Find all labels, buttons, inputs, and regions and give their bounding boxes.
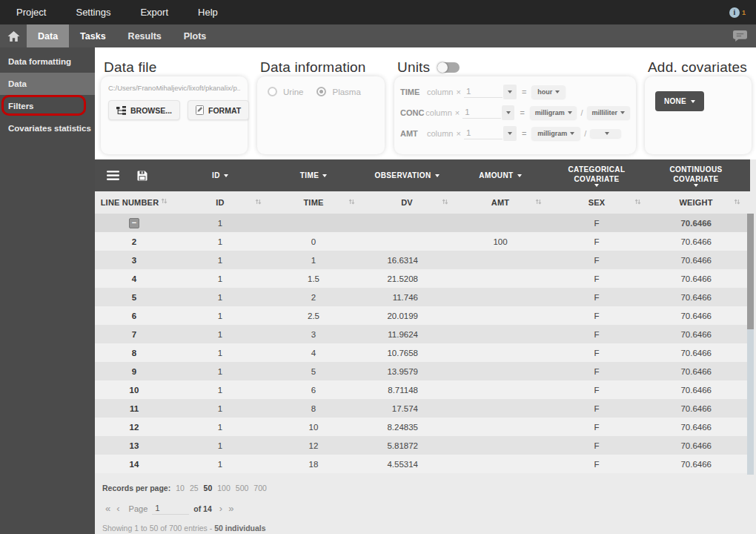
table-row[interactable]: 411.521.5208F70.6466 xyxy=(95,269,750,288)
sidebar-item-filters[interactable]: Filters xyxy=(0,95,95,117)
cell-dv: 10.7658 xyxy=(360,343,454,362)
cell-id: 1 xyxy=(173,455,267,473)
page-size-option-500[interactable]: 500 xyxy=(236,484,249,492)
menu-hamburger-icon[interactable] xyxy=(107,171,119,180)
cell-sex: F xyxy=(547,343,646,362)
amt-numerator-unit-button[interactable]: milligram xyxy=(531,127,580,140)
column-header-dv[interactable]: DV xyxy=(360,191,454,214)
cell-sex: F xyxy=(547,418,646,436)
table-row[interactable]: 81410.7658F70.6466 xyxy=(95,343,750,362)
sort-icon[interactable] xyxy=(734,198,740,205)
home-button[interactable] xyxy=(0,24,27,47)
sort-icon[interactable] xyxy=(535,198,542,205)
cell-weight: 70.6466 xyxy=(646,343,746,362)
amt-factor-input[interactable] xyxy=(464,127,503,139)
table-row[interactable]: 111817.574F70.6466 xyxy=(95,399,750,418)
time-column-dropdown[interactable] xyxy=(503,85,517,99)
group-header-id[interactable]: ID xyxy=(173,171,267,180)
radio-option-plasma[interactable]: Plasma xyxy=(316,87,360,96)
sidebar-item-label: Filters xyxy=(8,102,34,111)
info-badge-count: 1 xyxy=(742,9,746,16)
table-row[interactable]: 210100F70.6466 xyxy=(95,232,750,251)
last-page-button[interactable]: » xyxy=(225,503,236,514)
covariates-none-dropdown[interactable]: NONE xyxy=(655,91,704,111)
table-scrollbar[interactable] xyxy=(747,214,754,475)
scrollbar-thumb[interactable] xyxy=(747,214,754,329)
time-factor-input[interactable] xyxy=(464,85,503,98)
column-header-sex[interactable]: SEX xyxy=(547,191,646,214)
cell-dv: 4.55314 xyxy=(360,455,454,473)
column-header-id[interactable]: ID xyxy=(173,191,267,214)
conc-numerator-unit-button[interactable]: milligram xyxy=(530,106,577,119)
amt-column-dropdown[interactable] xyxy=(503,126,517,141)
sort-icon[interactable] xyxy=(442,198,448,205)
amt-numerator-label: milligram xyxy=(537,130,567,137)
conc-factor-input[interactable] xyxy=(462,106,501,119)
tab-tasks[interactable]: Tasks xyxy=(69,24,117,47)
sort-icon[interactable] xyxy=(255,198,262,205)
table-row[interactable]: 10168.71148F70.6466 xyxy=(95,380,750,399)
tab-results[interactable]: Results xyxy=(117,24,173,47)
table-row[interactable]: 612.520.0199F70.6466 xyxy=(95,306,750,325)
menu-project[interactable]: Project xyxy=(3,7,59,18)
column-header-amt[interactable]: AMT xyxy=(454,191,547,214)
group-header-observation[interactable]: OBSERVATION xyxy=(360,171,454,180)
cell-dv: 16.6314 xyxy=(360,251,454,269)
group-header-categorical-covariate[interactable]: CATEGORICAL COVARIATE xyxy=(547,165,646,187)
table-row[interactable]: 91513.9579F70.6466 xyxy=(95,362,750,380)
radio-option-urine[interactable]: Urine xyxy=(268,87,303,96)
units-toggle[interactable] xyxy=(437,62,460,73)
group-header-continuous-covariate[interactable]: CONTINUOUS COVARIATE xyxy=(646,165,746,187)
save-icon[interactable] xyxy=(137,171,147,181)
conc-denominator-unit-button[interactable]: milliliter xyxy=(587,106,630,119)
table-row[interactable]: 141184.55314F70.6466 xyxy=(95,455,750,473)
sidebar-item-data[interactable]: Data xyxy=(0,73,95,95)
sidebar-item-data-formatting[interactable]: Data formatting xyxy=(0,50,95,73)
tab-data[interactable]: Data xyxy=(27,24,69,47)
cell-sex: F xyxy=(547,436,646,455)
page-number-input[interactable] xyxy=(152,502,189,515)
column-header-line-number[interactable]: LINE NUMBER xyxy=(95,191,173,214)
unit-row-label: CONC xyxy=(400,108,425,117)
amt-denominator-unit-button[interactable] xyxy=(590,129,621,138)
table-row[interactable]: 131125.81872F70.6466 xyxy=(95,436,750,455)
tab-plots[interactable]: Plots xyxy=(173,24,218,47)
menu-export[interactable]: Export xyxy=(127,7,182,18)
menu-help[interactable]: Help xyxy=(185,7,231,18)
page-size-option-25[interactable]: 25 xyxy=(190,484,199,492)
units-row-conc: CONC column × = milligram / milliliter xyxy=(400,103,630,122)
time-unit-button[interactable]: hour xyxy=(531,85,566,99)
chevron-down-icon xyxy=(555,90,560,93)
column-header-time[interactable]: TIME xyxy=(267,191,360,214)
table-row[interactable]: 71311.9624F70.6466 xyxy=(95,325,750,343)
table-row[interactable]: 51211.746F70.6466 xyxy=(95,288,750,306)
group-header-amount[interactable]: AMOUNT xyxy=(454,171,547,180)
group-header-time[interactable]: TIME xyxy=(267,171,360,180)
unit-multiply-sign: × xyxy=(456,129,460,138)
conc-column-dropdown[interactable] xyxy=(502,105,514,120)
format-button[interactable]: FORMAT xyxy=(188,100,249,120)
page-size-option-100[interactable]: 100 xyxy=(217,484,231,492)
comment-icon[interactable] xyxy=(733,30,747,42)
sort-icon[interactable] xyxy=(161,197,168,205)
collapse-row-button[interactable]: − xyxy=(129,218,139,228)
column-header-weight[interactable]: WEIGHT xyxy=(646,191,746,214)
page-size-option-50[interactable]: 50 xyxy=(204,484,213,492)
chevron-down-icon xyxy=(568,111,572,114)
first-page-button[interactable]: « xyxy=(102,503,113,514)
menu-settings[interactable]: Settings xyxy=(62,7,124,18)
next-page-button[interactable]: › xyxy=(216,503,225,514)
info-icon[interactable]: i xyxy=(729,7,740,18)
sort-icon[interactable] xyxy=(634,198,641,205)
sidebar-item-covariates-statistics[interactable]: Covariates statistics xyxy=(0,117,95,139)
page-size-option-700[interactable]: 700 xyxy=(253,484,267,492)
table-row[interactable]: 121108.24835F70.6466 xyxy=(95,418,750,436)
page-size-option-10[interactable]: 10 xyxy=(176,484,185,492)
table-row[interactable]: −1F70.6466 xyxy=(95,214,750,232)
table-row[interactable]: 31116.6314F70.6466 xyxy=(95,251,750,269)
sort-icon[interactable] xyxy=(348,198,355,205)
browse-button[interactable]: BROWSE... xyxy=(108,100,180,120)
cell-line-number: 13 xyxy=(95,436,173,455)
prev-page-button[interactable]: ‹ xyxy=(113,503,122,514)
radio-urine-icon xyxy=(268,87,277,96)
